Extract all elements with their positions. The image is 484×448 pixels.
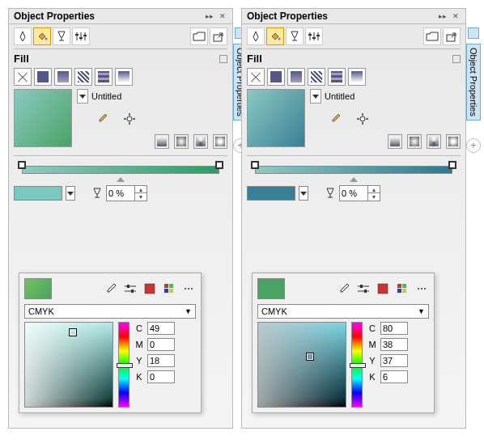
fill-type-hatch[interactable] — [74, 68, 92, 86]
node-color-swatch[interactable] — [14, 186, 62, 201]
open-folder-button[interactable] — [190, 27, 208, 45]
panel-close-icon[interactable]: ✕ — [451, 11, 461, 21]
outline-tool-button[interactable] — [14, 27, 32, 45]
palette-grid-icon[interactable] — [395, 281, 410, 296]
y-label: Y — [134, 356, 144, 366]
k-input[interactable] — [380, 370, 408, 383]
k-input[interactable] — [147, 370, 175, 383]
fill-preset-dropdown[interactable] — [77, 89, 88, 104]
color-field[interactable] — [257, 322, 346, 408]
gradient-linear-preset[interactable] — [388, 134, 402, 149]
gradient-square-preset[interactable] — [213, 134, 227, 149]
hue-thumb[interactable] — [117, 363, 133, 368]
transparency-input[interactable]: ▲▼ — [339, 185, 380, 201]
node-color-dropdown[interactable] — [66, 186, 75, 201]
c-input[interactable] — [147, 322, 175, 335]
m-label: M — [134, 340, 144, 349]
y-input[interactable] — [147, 354, 175, 367]
gradient-node-start[interactable] — [251, 161, 259, 169]
fill-type-gradient[interactable] — [54, 68, 72, 86]
palette-grid-icon[interactable] — [162, 281, 176, 296]
fill-tool-button[interactable] — [266, 27, 284, 45]
svg-rect-43 — [402, 289, 406, 293]
fill-type-pattern[interactable] — [328, 68, 346, 86]
slider-view-icon[interactable] — [123, 281, 138, 296]
eyedropper-icon[interactable] — [104, 281, 118, 296]
eyedropper-icon[interactable] — [337, 281, 351, 296]
edit-fill-icon[interactable] — [329, 112, 344, 126]
tab-handle-icon[interactable] — [468, 27, 479, 39]
hue-thumb[interactable] — [350, 363, 366, 368]
hue-slider[interactable] — [351, 322, 363, 408]
c-input[interactable] — [380, 322, 408, 335]
gradient-node-end[interactable] — [448, 161, 456, 169]
gradient-midpoint-icon[interactable] — [117, 177, 125, 182]
gradient-node-start[interactable] — [18, 161, 26, 169]
fill-name: Untitled — [325, 91, 355, 101]
color-field[interactable] — [24, 322, 113, 408]
gradient-square-preset[interactable] — [446, 134, 461, 149]
add-tab-icon[interactable]: + — [466, 138, 481, 153]
gradient-radial-preset[interactable] — [407, 134, 422, 149]
color-model-select[interactable]: CMYK ▼ — [24, 304, 196, 319]
color-field-cursor[interactable] — [70, 329, 76, 336]
export-button[interactable] — [210, 27, 227, 45]
adjust-tool-button[interactable] — [72, 27, 90, 45]
gradient-conical-preset[interactable] — [427, 134, 441, 149]
gradient-midpoint-icon[interactable] — [350, 177, 358, 182]
transparency-field[interactable] — [107, 188, 134, 198]
node-color-swatch[interactable] — [247, 186, 295, 201]
node-color-dropdown[interactable] — [299, 186, 308, 201]
fill-type-none[interactable] — [14, 68, 32, 86]
palette-single-icon[interactable] — [142, 281, 157, 296]
transparency-field[interactable] — [340, 188, 367, 198]
m-input[interactable] — [380, 338, 408, 351]
fill-type-pattern[interactable] — [95, 68, 113, 86]
fill-type-none[interactable] — [247, 68, 265, 86]
fill-tool-button[interactable] — [33, 27, 51, 45]
transparency-tool-button[interactable] — [286, 27, 304, 45]
gradient-linear-preset[interactable] — [155, 134, 169, 149]
fill-settings-icon[interactable] — [355, 112, 370, 126]
edit-fill-icon[interactable] — [96, 112, 111, 126]
more-options-icon[interactable]: ⋯ — [414, 281, 429, 296]
panel-collapse-icon[interactable]: ▸▸ — [205, 11, 214, 21]
color-field-cursor[interactable] — [307, 353, 313, 360]
chevron-down-icon: ▼ — [418, 307, 425, 315]
fill-type-solid[interactable] — [267, 68, 285, 86]
fill-settings-icon[interactable] — [122, 112, 137, 126]
fill-preset-dropdown[interactable] — [310, 89, 321, 104]
gradient-node-end[interactable] — [215, 161, 223, 169]
more-options-icon[interactable]: ⋯ — [181, 281, 196, 296]
m-input[interactable] — [147, 338, 175, 351]
slider-view-icon[interactable] — [356, 281, 371, 296]
palette-single-icon[interactable] — [376, 281, 390, 296]
color-model-select[interactable]: CMYK ▼ — [257, 304, 429, 319]
outline-tool-button[interactable] — [247, 27, 265, 45]
fill-type-special[interactable] — [115, 68, 133, 86]
spin-up[interactable]: ▲ — [135, 186, 146, 193]
fill-type-special[interactable] — [348, 68, 366, 86]
y-input[interactable] — [380, 354, 408, 367]
gradient-conical-preset[interactable] — [193, 134, 208, 149]
open-folder-button[interactable] — [423, 27, 441, 45]
hue-slider[interactable] — [118, 322, 129, 408]
gradient-radial-preset[interactable] — [174, 134, 189, 149]
spin-up[interactable]: ▲ — [368, 186, 380, 193]
panel-collapse-icon[interactable]: ▸▸ — [438, 11, 448, 21]
panel-close-icon[interactable]: ✕ — [218, 11, 227, 21]
adjust-tool-button[interactable] — [305, 27, 323, 45]
transparency-tool-button[interactable] — [53, 27, 70, 45]
fill-type-solid[interactable] — [34, 68, 52, 86]
side-tab-label[interactable]: Object Properties — [466, 44, 481, 120]
gradient-slider[interactable] — [247, 161, 461, 182]
export-button[interactable] — [443, 27, 461, 45]
spin-down[interactable]: ▼ — [135, 193, 146, 201]
fill-type-gradient[interactable] — [287, 68, 305, 86]
spin-down[interactable]: ▼ — [368, 193, 380, 201]
selected-color-swatch — [24, 278, 52, 299]
fill-type-hatch[interactable] — [308, 68, 325, 86]
svg-rect-41 — [402, 284, 406, 288]
transparency-input[interactable]: ▲▼ — [106, 185, 147, 201]
gradient-slider[interactable] — [14, 161, 227, 182]
